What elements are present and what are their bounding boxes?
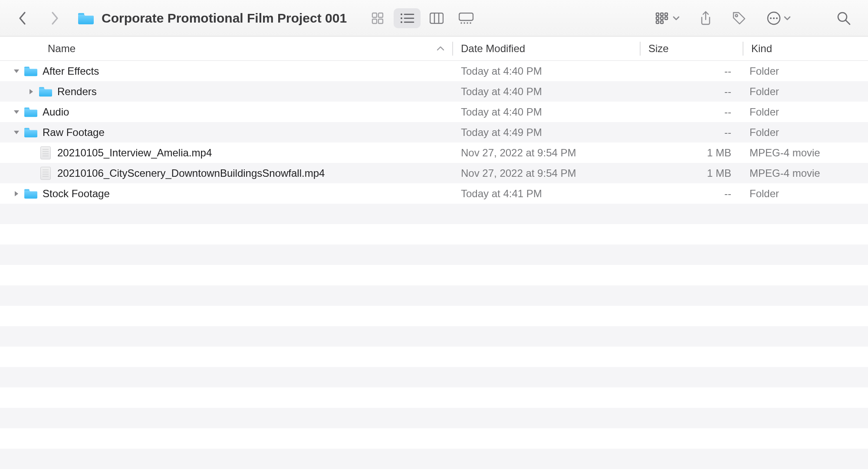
gallery-view-button[interactable] [453,8,480,28]
item-size: 1 MB [640,147,742,159]
folder-icon [24,66,37,76]
search-button[interactable] [837,11,851,25]
chevron-down-icon [673,16,680,21]
svg-point-4 [401,13,402,15]
empty-row [0,469,868,473]
svg-marker-35 [14,110,19,114]
list-item[interactable]: Stock FootageToday at 4:41 PM--Folder [0,183,868,204]
svg-rect-22 [661,17,663,20]
view-switcher [364,8,480,28]
svg-rect-23 [661,21,663,23]
item-kind: Folder [742,106,868,118]
item-name: Stock Footage [43,188,110,200]
list-item[interactable]: 20210106_CityScenery_DowntownBuildingsSn… [0,163,868,183]
item-date: Today at 4:41 PM [453,188,640,200]
column-header-name[interactable]: Name [0,43,452,55]
list-item[interactable]: RendersToday at 4:40 PM--Folder [0,81,868,102]
share-button[interactable] [700,11,712,26]
svg-point-28 [770,17,772,19]
svg-point-16 [467,22,468,24]
svg-rect-0 [372,13,377,17]
folder-icon [24,127,37,138]
column-header-size-label: Size [648,43,669,54]
movie-file-icon [39,167,52,180]
item-size: -- [640,86,742,98]
item-date: Today at 4:49 PM [453,126,640,139]
item-date: Today at 4:40 PM [453,65,640,77]
column-header-kind-label: Kind [751,43,772,54]
empty-row [0,428,868,449]
svg-marker-37 [15,191,18,196]
list-item[interactable]: 20210105_Interview_Amelia.mp4Nov 27, 202… [0,142,868,163]
action-menu-button[interactable] [766,11,791,26]
item-kind: MPEG-4 movie [742,167,868,179]
svg-point-15 [464,22,465,24]
column-header-kind[interactable]: Kind [743,43,868,55]
item-name: 20210105_Interview_Amelia.mp4 [57,147,212,159]
item-date: Today at 4:40 PM [453,106,640,118]
item-size: -- [640,188,742,200]
empty-row [0,326,868,347]
path-title[interactable]: Corporate Promotional Film Project 001 [78,11,347,26]
svg-marker-34 [30,89,33,94]
folder-icon [39,86,52,97]
column-header-size[interactable]: Size [641,43,743,55]
icon-view-button[interactable] [364,8,391,28]
column-header-row: Name Date Modified Size Kind [0,36,868,61]
item-date: Nov 27, 2022 at 9:54 PM [453,167,640,179]
item-kind: Folder [742,86,868,98]
item-date: Nov 27, 2022 at 9:54 PM [453,147,640,159]
forward-button[interactable] [49,11,60,26]
svg-marker-33 [14,69,19,73]
svg-point-14 [460,22,462,24]
item-name: After Effects [43,65,99,77]
empty-row [0,449,868,469]
svg-point-31 [838,13,847,21]
empty-row [0,347,868,367]
svg-point-17 [470,22,471,24]
svg-rect-19 [656,17,659,20]
toolbar: Corporate Promotional Film Project 001 [0,0,868,36]
svg-point-26 [736,14,738,17]
folder-icon [78,12,94,25]
folder-title: Corporate Promotional Film Project 001 [102,11,347,26]
empty-row [0,387,868,408]
svg-marker-36 [14,131,19,134]
svg-rect-10 [430,13,443,23]
item-kind: Folder [742,188,868,200]
list-item[interactable]: AudioToday at 4:40 PM--Folder [0,102,868,122]
empty-row [0,367,868,387]
svg-rect-24 [665,13,667,16]
item-date: Today at 4:40 PM [453,86,640,98]
svg-rect-3 [378,19,383,23]
item-name: 20210106_CityScenery_DowntownBuildingsSn… [57,167,325,179]
svg-point-6 [401,17,402,19]
disclosure-triangle-icon[interactable] [12,130,21,135]
svg-rect-21 [661,13,663,16]
item-kind: Folder [742,126,868,139]
disclosure-triangle-icon[interactable] [12,109,21,115]
disclosure-triangle-icon[interactable] [12,69,21,74]
group-by-button[interactable] [655,12,680,24]
empty-row [0,204,868,224]
item-kind: MPEG-4 movie [742,147,868,159]
empty-row [0,306,868,326]
list-item[interactable]: Raw FootageToday at 4:49 PM--Folder [0,122,868,142]
list-item[interactable]: After EffectsToday at 4:40 PM--Folder [0,61,868,81]
column-view-button[interactable] [423,8,450,28]
back-button[interactable] [17,11,28,26]
column-header-date[interactable]: Date Modified [453,43,640,55]
svg-rect-2 [372,19,377,23]
list-view-button[interactable] [394,8,421,28]
column-header-name-label: Name [48,43,76,55]
svg-point-8 [401,21,402,23]
svg-rect-1 [378,13,383,17]
disclosure-triangle-icon[interactable] [27,88,36,95]
disclosure-triangle-icon[interactable] [12,190,21,197]
tags-button[interactable] [732,11,746,26]
svg-rect-20 [656,21,659,23]
svg-rect-13 [459,13,473,20]
movie-file-icon [39,146,52,159]
svg-point-30 [776,17,778,19]
sort-ascending-icon [437,46,444,51]
